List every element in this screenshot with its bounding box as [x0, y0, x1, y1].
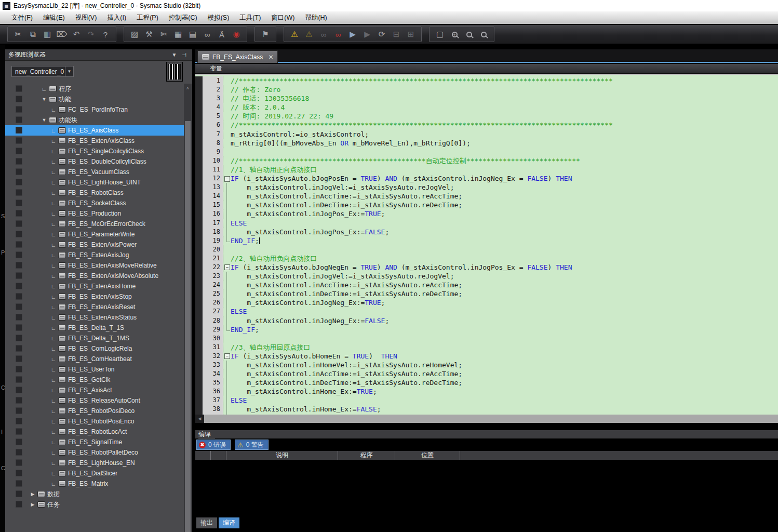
- tree-item-功能[interactable]: ▼功能: [5, 94, 184, 104]
- io-map-icon[interactable]: ▤: [186, 28, 199, 41]
- tree-item-FB_ES_SignalTime[interactable]: ∟FB_ES_SignalTime: [5, 437, 184, 447]
- fold-toggle-icon[interactable]: [223, 174, 231, 183]
- tree-checkbox[interactable]: [16, 407, 22, 414]
- undo-icon[interactable]: ↶: [70, 28, 83, 41]
- close-icon[interactable]: ✕: [268, 54, 273, 61]
- code-line[interactable]: 16 m_stAxisControl.inJogPos_Ex:=TRUE;: [195, 209, 778, 218]
- fold-toggle-icon[interactable]: [223, 352, 231, 361]
- insert-flag-icon[interactable]: ⚑: [259, 28, 272, 41]
- cut-icon[interactable]: ✂: [12, 28, 24, 41]
- tree-checkbox[interactable]: [16, 158, 22, 165]
- variables-section-bar[interactable]: 变量: [195, 64, 778, 74]
- tree-item-FB_ES_ExtenAxisReset[interactable]: ∟FB_ES_ExtenAxisReset: [5, 302, 184, 312]
- code-line[interactable]: 30: [195, 334, 778, 343]
- code-line[interactable]: 9: [195, 148, 778, 156]
- glasses-icon[interactable]: ∞: [201, 28, 213, 41]
- tree-item-FB_ES_RobotClass[interactable]: ∟FB_ES_RobotClass: [5, 188, 184, 198]
- tree-checkbox[interactable]: [16, 106, 22, 113]
- tree-item-FB_ES_DialSlicer[interactable]: ∟FB_ES_DialSlicer: [5, 468, 184, 478]
- tree-checkbox[interactable]: [16, 459, 22, 466]
- fold-toggle-icon[interactable]: [223, 263, 231, 272]
- cross-reference-icon[interactable]: ✄: [157, 28, 170, 41]
- menu-c[interactable]: 控制器(C): [164, 12, 203, 24]
- chevron-down-icon[interactable]: ▼: [169, 52, 179, 58]
- zoom-in-icon[interactable]: +: [448, 28, 461, 41]
- tree-item-FB_ES_ExtenAxisClass[interactable]: ∟FB_ES_ExtenAxisClass: [5, 136, 184, 146]
- bottom-tab-输出[interactable]: 输出: [196, 517, 217, 528]
- code-line[interactable]: 13 m_stAxisControl.inJogVel:=i_stAxisSys…: [195, 183, 778, 192]
- pin-icon[interactable]: ⊣: [179, 52, 189, 58]
- delete-icon[interactable]: ⌦: [56, 28, 68, 41]
- code-line[interactable]: 19END_IF;: [195, 236, 778, 245]
- tree-item-FB_ES_UserTon[interactable]: ∟FB_ES_UserTon: [5, 364, 184, 375]
- menu-v[interactable]: 视图(V): [70, 12, 102, 24]
- code-line[interactable]: 27ELSE: [195, 307, 778, 316]
- tree-item-FB_ES_ExtenAxisHome[interactable]: ∟FB_ES_ExtenAxisHome: [5, 281, 184, 291]
- tree-item-FB_ES_ExtenAxisStatus[interactable]: ∟FB_ES_ExtenAxisStatus: [5, 312, 184, 323]
- tree-checkbox[interactable]: [16, 324, 22, 331]
- column-description[interactable]: 说明: [226, 451, 338, 460]
- code-line[interactable]: 29END_IF;: [195, 325, 778, 334]
- tree-item-FB_ES_ExtenAxisStop[interactable]: ∟FB_ES_ExtenAxisStop: [5, 291, 184, 302]
- tree-item-功能块[interactable]: ▼功能块: [5, 115, 184, 125]
- tree-scrollbar[interactable]: ˄ ˅: [184, 84, 192, 532]
- tree-item-FB_ES_ReleaseAutoCont[interactable]: ∟FB_ES_ReleaseAutoCont: [5, 395, 184, 406]
- monitor-icon[interactable]: ∞: [317, 28, 330, 41]
- code-line[interactable]: 8m_rRtrig[0]((m_bMoveAbs_En OR m_bMoveRe…: [195, 139, 778, 148]
- help-icon[interactable]: ?: [99, 28, 112, 41]
- sync-icon[interactable]: ⟳: [375, 28, 388, 41]
- tree-checkbox[interactable]: [16, 335, 22, 341]
- tree-checkbox[interactable]: [16, 231, 22, 237]
- tree-checkbox[interactable]: [16, 168, 22, 175]
- tree-checkbox[interactable]: [16, 438, 22, 445]
- tree-item-FB_ES_RobotLocAct[interactable]: ∟FB_ES_RobotLocAct: [5, 427, 184, 437]
- tree-item-FB_ES_McOrEcErrorCheck[interactable]: ∟FB_ES_McOrEcErrorCheck: [5, 219, 184, 229]
- tree-checkbox[interactable]: [16, 116, 22, 123]
- stop-monitor-icon[interactable]: ◉: [230, 28, 243, 41]
- tree-item-FB_ES_GetClk[interactable]: ∟FB_ES_GetClk: [5, 375, 184, 385]
- copy-icon[interactable]: ⧉: [26, 28, 39, 41]
- zoom-fit-icon[interactable]: [477, 28, 490, 41]
- tree-item-FB_ES_AxisAct[interactable]: ∟FB_ES_AxisAct: [5, 385, 184, 395]
- monitor-stop-icon[interactable]: ∞: [332, 28, 344, 41]
- tree-item-FB_ES_ComHeartbeat[interactable]: ∟FB_ES_ComHeartbeat: [5, 354, 184, 364]
- tree-checkbox[interactable]: [16, 428, 22, 435]
- code-line[interactable]: 2// 作者: Zero: [195, 85, 778, 94]
- build-check-icon[interactable]: ⚠: [288, 28, 301, 41]
- transfer-from-controller-icon[interactable]: ⊞: [405, 28, 417, 41]
- tree-checkbox[interactable]: [16, 418, 22, 424]
- code-line[interactable]: 14 m_stAxisControl.inAccTime:=i_stAxisSy…: [195, 192, 778, 201]
- tree-checkbox[interactable]: [16, 293, 22, 300]
- code-line[interactable]: 36 m_stAxisControl.inHome_Ex:=TRUE;: [195, 387, 778, 396]
- code-line[interactable]: 18 m_stAxisControl.inJogPos_Ex:=FALSE;: [195, 228, 778, 236]
- tree-checkbox[interactable]: [16, 200, 22, 206]
- menu-s[interactable]: 模拟(S): [203, 12, 235, 24]
- code-line[interactable]: 37ELSE: [195, 396, 778, 405]
- tree-checkbox[interactable]: [16, 480, 22, 487]
- tree-item-FB_ES_ExtenAxisMoveRelative[interactable]: ∟FB_ES_ExtenAxisMoveRelative: [5, 260, 184, 271]
- tree-checkbox[interactable]: [16, 85, 22, 92]
- zoom-out-icon[interactable]: −: [463, 28, 475, 41]
- tree-item-程序[interactable]: ∟程序: [5, 84, 184, 94]
- st-code-editor[interactable]: 1//*************************************…: [195, 74, 778, 415]
- tree-checkbox[interactable]: [16, 490, 22, 497]
- tree-checkbox[interactable]: [16, 189, 22, 196]
- run-icon[interactable]: ▶: [346, 28, 359, 41]
- code-line[interactable]: 17ELSE: [195, 219, 778, 228]
- tree-item-FB_ES_SocketClass[interactable]: ∟FB_ES_SocketClass: [5, 198, 184, 208]
- code-line[interactable]: 3// 电话: 13035356618: [195, 94, 778, 103]
- code-line[interactable]: 33 m_stAxisControl.inHomeVel:=i_stAxisSy…: [195, 361, 778, 369]
- tree-item-FB_ES_ParameterWrite[interactable]: ∟FB_ES_ParameterWrite: [5, 229, 184, 240]
- code-line[interactable]: 32IF (i_stAxisSysAuto.bHomeEn = TRUE) TH…: [195, 352, 778, 361]
- bottom-tab-编译[interactable]: 编译: [219, 517, 239, 528]
- column-location[interactable]: 位置: [395, 451, 460, 460]
- tree-item-FB_ES_ExtenAxisJog[interactable]: ∟FB_ES_ExtenAxisJog: [5, 250, 184, 260]
- tree-checkbox[interactable]: [16, 262, 22, 269]
- warnings-filter-button[interactable]: ⚠ 0 警告: [235, 440, 269, 450]
- tree-checkbox[interactable]: [16, 470, 22, 476]
- code-line[interactable]: 10//************************************…: [195, 156, 778, 165]
- tree-checkbox[interactable]: [16, 220, 22, 227]
- tree-checkbox[interactable]: [16, 137, 22, 144]
- menu-p[interactable]: 工程(P): [131, 12, 164, 24]
- code-line[interactable]: 23 m_stAxisControl.inJogVel:=i_stAxisSys…: [195, 272, 778, 281]
